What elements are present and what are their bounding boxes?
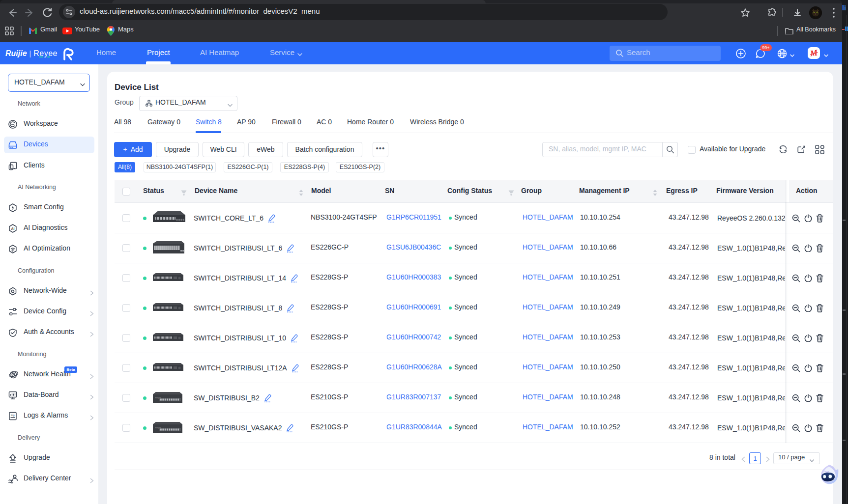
svg-text:log: log [11,414,14,417]
svg-text:AI: AI [11,227,15,230]
svg-text:M: M [809,48,819,58]
